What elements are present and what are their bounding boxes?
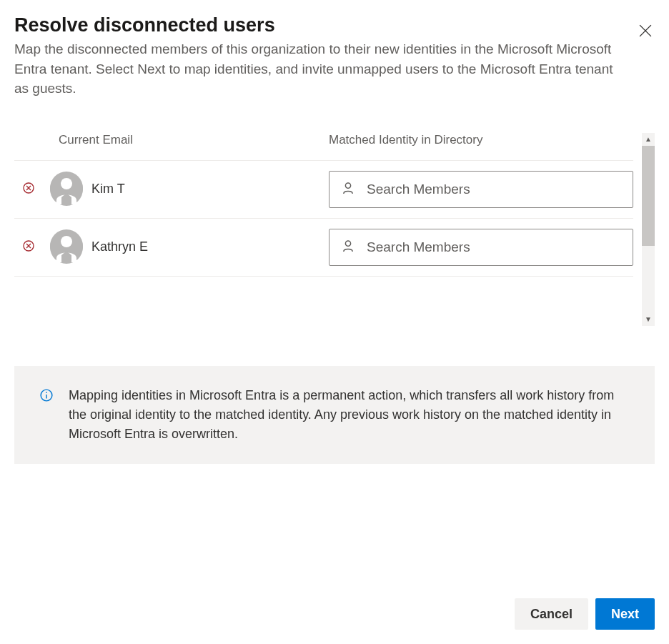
table-row: Kim T <box>14 160 633 218</box>
scrollbar-track <box>642 246 655 313</box>
dialog-title: Resolve disconnected users <box>14 14 615 36</box>
search-members-input[interactable] <box>329 229 633 266</box>
column-header-identity: Matched Identity in Directory <box>329 133 633 147</box>
scroll-down-arrow-icon: ▼ <box>642 313 655 326</box>
avatar <box>50 173 83 206</box>
close-button[interactable] <box>636 21 655 42</box>
next-button[interactable]: Next <box>595 598 655 630</box>
info-banner: Mapping identities in Microsoft Entra is… <box>14 366 655 464</box>
svg-point-12 <box>61 236 72 247</box>
resolve-disconnected-users-dialog: Resolve disconnected users Map the disco… <box>0 0 669 644</box>
search-members-field <box>329 229 633 266</box>
table-header: Current Email Matched Identity in Direct… <box>14 133 633 160</box>
table-row: Kathryn E <box>14 218 633 277</box>
user-name: Kim T <box>91 182 329 197</box>
column-header-email: Current Email <box>14 133 329 147</box>
header-text: Resolve disconnected users Map the disco… <box>14 14 636 99</box>
info-icon <box>40 389 53 444</box>
user-name: Kathryn E <box>91 239 329 254</box>
scrollbar-thumb[interactable] <box>642 146 655 246</box>
svg-point-16 <box>46 392 47 393</box>
avatar <box>50 231 83 264</box>
close-icon <box>639 24 652 39</box>
content-area: Current Email Matched Identity in Direct… <box>14 133 655 581</box>
user-cell: Kathryn E <box>36 231 329 264</box>
remove-user-button[interactable] <box>14 240 36 254</box>
search-members-field <box>329 171 633 208</box>
search-members-input[interactable] <box>329 171 633 208</box>
info-text: Mapping identities in Microsoft Entra is… <box>69 386 629 444</box>
vertical-scrollbar[interactable]: ▲ ▼ <box>642 133 655 326</box>
person-icon <box>50 229 83 265</box>
dialog-footer: Cancel Next <box>14 581 655 630</box>
dialog-header: Resolve disconnected users Map the disco… <box>14 14 655 99</box>
person-icon <box>50 172 83 207</box>
user-table: Current Email Matched Identity in Direct… <box>14 133 655 326</box>
remove-user-button[interactable] <box>14 182 36 197</box>
remove-icon <box>23 240 34 254</box>
cancel-button[interactable]: Cancel <box>515 598 588 630</box>
dialog-subtitle: Map the disconnected members of this org… <box>14 39 615 99</box>
table-inner: Current Email Matched Identity in Direct… <box>14 133 642 326</box>
scroll-up-arrow-icon: ▲ <box>642 133 655 146</box>
remove-icon <box>23 182 34 197</box>
user-cell: Kim T <box>36 173 329 206</box>
svg-point-6 <box>61 178 72 189</box>
